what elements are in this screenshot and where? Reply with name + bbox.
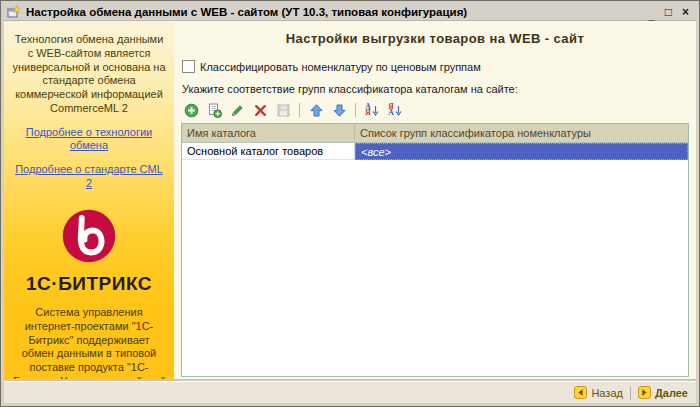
back-button-label: Назад	[591, 387, 623, 399]
table-header-row: Имя каталога Список групп классификатора…	[182, 124, 688, 143]
cell-group-list-selected[interactable]: <все>	[355, 143, 688, 160]
title-bar: Настройка обмена данными с WEB - сайтом …	[4, 3, 696, 20]
add-button[interactable]	[181, 101, 201, 119]
main-panel: Настройки выгрузки товаров на WEB - сайт…	[174, 21, 696, 381]
back-button[interactable]: Назад	[574, 386, 623, 399]
table-toolbar: А Я Я А	[181, 99, 689, 123]
save-floppy-icon	[276, 103, 291, 118]
wizard-footer: Назад Далее	[4, 381, 696, 403]
link-technology-details[interactable]: Подробнее о технологии обмена	[12, 126, 166, 154]
minimize-icon[interactable]: _	[648, 10, 655, 20]
window-icon	[7, 5, 21, 19]
bitrix-logo-text: 1С·БИТРИКС	[12, 272, 166, 296]
next-arrow-icon	[638, 386, 651, 399]
move-down-button[interactable]	[329, 101, 349, 119]
cell-catalog-name[interactable]: Основной каталог товаров	[182, 143, 355, 160]
add-copy-icon	[207, 103, 222, 118]
wizard-window: Настройка обмена данными с WEB - сайтом …	[0, 0, 700, 407]
delete-button[interactable]	[250, 101, 270, 119]
mapping-instruction-text: Укажите соответствие групп классификатор…	[182, 83, 689, 95]
footer-separator	[630, 386, 631, 400]
app-body: Технология обмена данными с WEB-сайтом я…	[4, 20, 696, 381]
sort-ascending-button[interactable]: А Я	[362, 101, 382, 119]
sidebar: Технология обмена данными с WEB-сайтом я…	[4, 21, 174, 381]
table-empty-area	[182, 160, 688, 376]
back-arrow-icon	[574, 386, 587, 399]
sort-descending-icon: Я А	[388, 104, 401, 117]
sidebar-description-text: Система управления интернет-проектами "1…	[12, 306, 166, 381]
move-up-button[interactable]	[306, 101, 326, 119]
next-button-label: Далее	[655, 387, 688, 399]
delete-icon	[253, 103, 268, 118]
sort-descending-button[interactable]: Я А	[385, 101, 405, 119]
catalog-mapping-table: Имя каталога Список групп классификатора…	[181, 123, 689, 377]
save-button[interactable]	[273, 101, 293, 119]
classify-by-price-groups-row: Классифицировать номенклатуру по ценовым…	[182, 60, 689, 73]
classify-checkbox[interactable]	[182, 60, 195, 73]
column-header-group-list[interactable]: Список групп классификатора номенклатуры	[355, 124, 688, 142]
column-header-catalog-name[interactable]: Имя каталога	[182, 124, 355, 142]
table-row: Основной каталог товаров <все>	[182, 143, 688, 160]
link-cml-standard[interactable]: Подробнее о стандарте CML 2	[12, 163, 166, 191]
classify-checkbox-label: Классифицировать номенклатуру по ценовым…	[200, 61, 481, 73]
next-button[interactable]: Далее	[638, 386, 688, 399]
toolbar-separator	[355, 103, 356, 117]
page-title: Настройки выгрузки товаров на WEB - сайт	[181, 31, 689, 46]
edit-pencil-icon	[230, 103, 245, 118]
close-icon[interactable]: ×	[682, 7, 689, 17]
move-down-icon	[332, 103, 347, 118]
sort-ascending-icon: А Я	[365, 104, 378, 117]
sidebar-intro-text: Технология обмена данными с WEB-сайтом я…	[12, 33, 166, 116]
move-up-icon	[309, 103, 324, 118]
window-controls: _ □ ×	[648, 7, 693, 17]
add-icon	[184, 103, 199, 118]
bitrix-logo-icon	[60, 207, 118, 269]
add-copy-button[interactable]	[204, 101, 224, 119]
edit-button[interactable]	[227, 101, 247, 119]
window-title: Настройка обмена данными с WEB - сайтом …	[26, 6, 643, 18]
toolbar-separator	[299, 103, 300, 117]
maximize-icon[interactable]: □	[665, 7, 672, 17]
